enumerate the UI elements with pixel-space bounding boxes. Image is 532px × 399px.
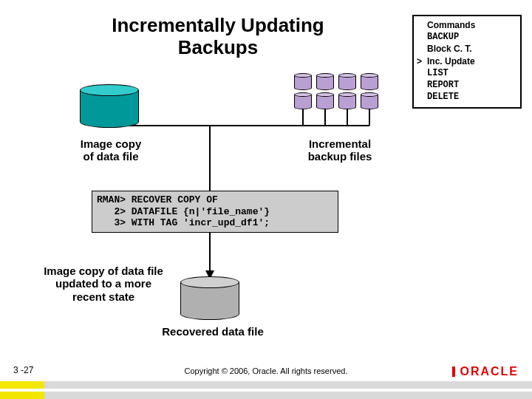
slide-title: Incrementally Updating Backups (89, 15, 347, 59)
footer-bar (0, 381, 532, 389)
selection-marker-icon: > (417, 55, 422, 67)
image-copy-label: Image copy of data file (59, 137, 163, 163)
incremental-cylinder-icon (338, 93, 356, 109)
incremental-cylinder-icon (338, 74, 356, 90)
incremental-cylinder-icon (294, 93, 312, 109)
oracle-logo-bar-icon (452, 366, 455, 377)
commands-item: REPORT (427, 79, 514, 91)
incremental-cylinder-icon (316, 93, 334, 109)
commands-item: BACKUP (427, 31, 514, 43)
commands-panel: Commands BACKUP Block C. T. > Inc. Updat… (412, 15, 522, 109)
commands-header: Commands (427, 19, 514, 31)
footer-accent (0, 392, 44, 399)
recovered-label: Recovered data file (139, 325, 287, 338)
oracle-logo-text: ORACLE (460, 365, 519, 378)
commands-item-label: Inc. Update (427, 56, 475, 66)
footer-accent (0, 381, 44, 389)
copyright-text: Copyright © 2006, Oracle. All rights res… (148, 366, 384, 375)
footer-bar (0, 392, 532, 399)
incremental-cylinder-icon (361, 93, 378, 109)
oracle-logo: ORACLE (452, 365, 519, 378)
commands-item-selected: > Inc. Update (427, 55, 514, 67)
updated-state-label: Image copy of data file updated to a mor… (30, 265, 177, 303)
commands-item: Block C. T. (427, 43, 514, 55)
commands-item: LIST (427, 67, 514, 79)
image-copy-cylinder-icon (80, 85, 139, 128)
rman-code-box: RMAN> RECOVER COPY OF 2> DATAFILE {n|'fi… (92, 191, 338, 233)
incremental-label: Incremental backup files (281, 137, 399, 163)
commands-item: DELETE (427, 91, 514, 103)
recovered-cylinder-icon (180, 277, 239, 320)
incremental-cylinder-icon (361, 74, 378, 90)
incremental-cylinder-icon (316, 74, 334, 90)
slide-number: 3 -27 (13, 365, 33, 375)
incremental-cylinder-icon (294, 74, 312, 90)
